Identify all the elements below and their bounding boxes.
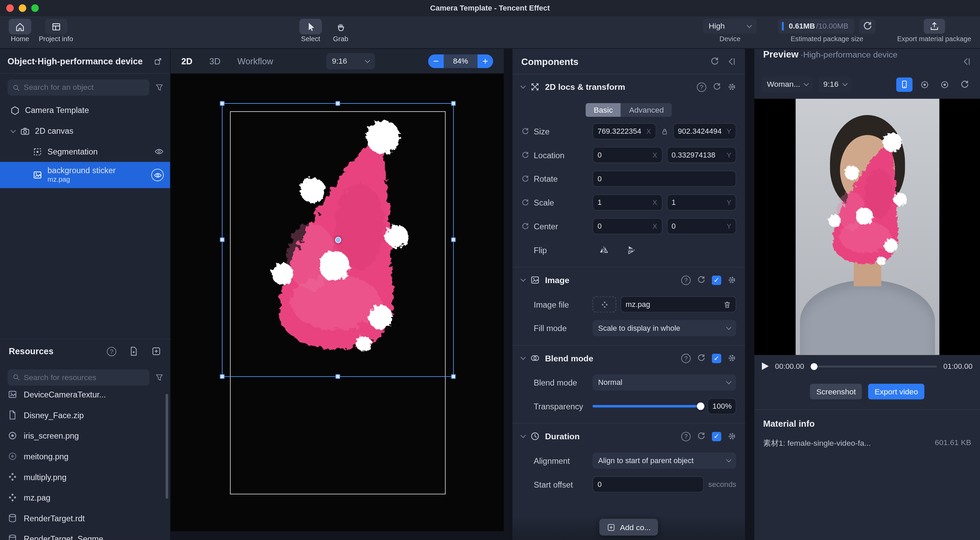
help-icon[interactable]: ? bbox=[681, 432, 691, 441]
tree-item-segmentation[interactable]: Segmentation bbox=[0, 141, 170, 162]
expand-panel-icon[interactable] bbox=[154, 56, 163, 65]
location-y-input[interactable]: 0.332974138Y bbox=[667, 147, 737, 163]
chevron-down-icon[interactable] bbox=[520, 83, 526, 89]
maximize-button[interactable] bbox=[31, 5, 39, 12]
list-item[interactable]: Disney_Face.zip bbox=[0, 405, 170, 425]
timeline-knob[interactable] bbox=[811, 363, 817, 370]
collapse-panel-icon[interactable] bbox=[727, 56, 737, 66]
select-tool-button[interactable]: Select bbox=[299, 19, 322, 43]
list-item[interactable]: RenderTarget_Segme... bbox=[0, 529, 170, 540]
reset-icon[interactable] bbox=[697, 432, 706, 441]
resize-handle[interactable] bbox=[451, 237, 456, 242]
visibility-eye-icon[interactable] bbox=[154, 147, 164, 156]
scale-y-input[interactable]: 1Y bbox=[667, 194, 737, 210]
reset-icon[interactable] bbox=[521, 198, 530, 207]
list-item[interactable]: multiply.png bbox=[0, 467, 170, 487]
collapse-panel-icon[interactable] bbox=[962, 56, 972, 66]
lock-icon[interactable] bbox=[660, 127, 669, 135]
export-video-button[interactable]: Export video bbox=[869, 384, 924, 400]
resize-handle[interactable] bbox=[335, 374, 340, 379]
resize-handle[interactable] bbox=[220, 237, 224, 242]
size-x-input[interactable]: 769.3222354X bbox=[592, 123, 656, 140]
model-select[interactable]: Woman... bbox=[762, 76, 813, 92]
flip-horizontal-icon[interactable] bbox=[599, 245, 609, 255]
gear-icon[interactable] bbox=[727, 82, 737, 91]
enable-checkbox[interactable]: ✓ bbox=[712, 275, 721, 285]
enable-checkbox[interactable]: ✓ bbox=[712, 432, 721, 441]
alignment-select[interactable]: Align to start of parent object bbox=[592, 452, 736, 469]
timeline-slider[interactable] bbox=[811, 365, 937, 368]
center-y-input[interactable]: 0Y bbox=[667, 218, 737, 234]
device-preview-button[interactable] bbox=[896, 77, 913, 92]
import-resource-icon[interactable] bbox=[129, 346, 138, 356]
home-button[interactable]: Home bbox=[9, 19, 31, 43]
help-icon[interactable]: ? bbox=[107, 346, 116, 356]
rotate-input[interactable]: 0 bbox=[592, 170, 736, 187]
refresh-package-size-button[interactable] bbox=[859, 19, 876, 34]
list-item[interactable]: mz.pag bbox=[0, 487, 170, 508]
preview-aspect-select[interactable]: 9:16 bbox=[818, 76, 852, 92]
size-y-input[interactable]: 902.3424494Y bbox=[673, 123, 736, 140]
tab-advanced[interactable]: Advanced bbox=[621, 103, 672, 117]
trash-icon[interactable] bbox=[723, 301, 731, 309]
resize-handle[interactable] bbox=[220, 101, 224, 106]
tab-2d[interactable]: 2D bbox=[181, 56, 192, 66]
tree-item-camera-template[interactable]: Camera Template bbox=[0, 100, 170, 121]
resource-search[interactable] bbox=[8, 369, 150, 385]
minimize-button[interactable] bbox=[19, 5, 26, 12]
reset-icon[interactable] bbox=[697, 276, 706, 285]
list-item[interactable]: iris_screen.png bbox=[0, 425, 170, 446]
object-search-input[interactable] bbox=[24, 83, 145, 92]
help-icon[interactable]: ? bbox=[681, 354, 691, 363]
blend-mode-select[interactable]: Normal bbox=[592, 374, 736, 390]
add-resource-icon[interactable] bbox=[151, 346, 161, 356]
export-package-button[interactable] bbox=[924, 19, 945, 34]
tree-item-2d-canvas[interactable]: 2D canvas bbox=[0, 121, 170, 141]
screenshot-button[interactable]: Screenshot bbox=[810, 384, 862, 400]
reset-icon[interactable] bbox=[521, 222, 530, 230]
gear-icon[interactable] bbox=[727, 432, 737, 441]
chevron-down-icon[interactable] bbox=[520, 433, 526, 438]
reset-icon[interactable] bbox=[521, 175, 530, 183]
resize-handle[interactable] bbox=[451, 101, 456, 106]
reset-icon[interactable] bbox=[521, 151, 530, 159]
gear-icon[interactable] bbox=[727, 276, 737, 285]
project-info-button[interactable]: Project info bbox=[39, 19, 73, 43]
device-quality-select[interactable]: High bbox=[703, 19, 757, 34]
resize-handle[interactable] bbox=[335, 101, 340, 106]
close-button[interactable] bbox=[6, 5, 14, 12]
canvas-viewport[interactable] bbox=[170, 74, 504, 531]
center-x-input[interactable]: 0X bbox=[592, 218, 662, 234]
reset-icon[interactable] bbox=[697, 354, 706, 363]
chevron-down-icon[interactable] bbox=[520, 355, 526, 360]
chevron-down-icon[interactable] bbox=[520, 276, 526, 282]
fill-mode-select[interactable]: Scale to display in whole bbox=[592, 320, 736, 336]
camera-front-button[interactable] bbox=[936, 77, 953, 92]
selection-box[interactable] bbox=[222, 103, 453, 377]
help-icon[interactable]: ? bbox=[681, 275, 691, 285]
aspect-ratio-select[interactable]: 9:16 bbox=[326, 53, 375, 69]
resize-handle[interactable] bbox=[451, 374, 456, 379]
start-offset-input[interactable]: 0 bbox=[592, 476, 704, 493]
list-item[interactable]: RenderTarget.rdt bbox=[0, 508, 170, 529]
play-button[interactable] bbox=[762, 362, 769, 370]
zoom-in-button[interactable]: + bbox=[477, 54, 493, 68]
slider-knob[interactable] bbox=[697, 403, 705, 410]
visibility-eye-icon[interactable] bbox=[151, 169, 164, 182]
list-item[interactable]: meitong.png bbox=[0, 446, 170, 467]
gear-icon[interactable] bbox=[727, 354, 737, 363]
resource-search-input[interactable] bbox=[24, 373, 145, 382]
reset-components-icon[interactable] bbox=[710, 56, 720, 66]
scrollbar[interactable] bbox=[166, 393, 168, 499]
tab-3d[interactable]: 3D bbox=[209, 56, 221, 66]
transparency-value-input[interactable]: 100% bbox=[708, 398, 736, 414]
image-file-input[interactable]: mz.pag bbox=[620, 296, 737, 313]
anchor-point[interactable] bbox=[335, 237, 341, 243]
camera-preview-button[interactable] bbox=[916, 77, 933, 92]
tab-basic[interactable]: Basic bbox=[585, 103, 621, 117]
flip-vertical-icon[interactable] bbox=[626, 245, 636, 255]
resize-handle[interactable] bbox=[220, 374, 224, 379]
enable-checkbox[interactable]: ✓ bbox=[712, 354, 721, 363]
help-icon[interactable]: ? bbox=[697, 82, 706, 92]
chevron-down-icon[interactable] bbox=[11, 127, 16, 133]
